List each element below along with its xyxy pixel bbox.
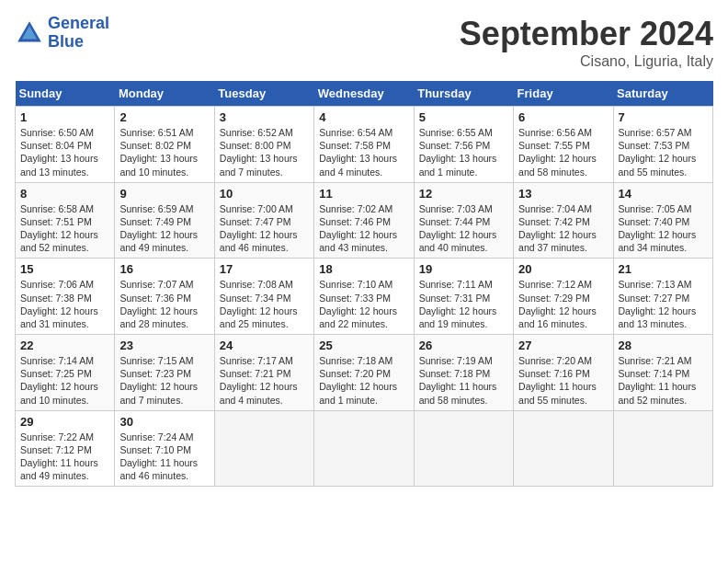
month-title: September 2024 <box>460 15 713 53</box>
day-number: 2 <box>119 110 209 124</box>
day-number: 29 <box>20 415 109 429</box>
day-number: 8 <box>20 187 109 201</box>
logo-text-line1: General <box>48 15 109 33</box>
day-number: 13 <box>518 187 608 201</box>
calendar-cell <box>214 410 313 487</box>
logo-text-line2: Blue <box>48 33 109 52</box>
col-wednesday: Wednesday <box>314 81 414 107</box>
day-info: Sunrise: 7:07 AM Sunset: 7:36 PM Dayligh… <box>119 278 209 330</box>
calendar-cell: 1Sunrise: 6:50 AM Sunset: 8:04 PM Daylig… <box>16 107 115 183</box>
day-info: Sunrise: 7:24 AM Sunset: 7:10 PM Dayligh… <box>119 431 209 483</box>
calendar-cell: 22Sunrise: 7:14 AM Sunset: 7:25 PM Dayli… <box>16 335 115 411</box>
calendar-cell: 6Sunrise: 6:56 AM Sunset: 7:55 PM Daylig… <box>514 107 613 183</box>
day-number: 11 <box>319 187 408 201</box>
week-row-2: 8Sunrise: 6:58 AM Sunset: 7:51 PM Daylig… <box>16 182 713 259</box>
calendar-cell: 28Sunrise: 7:21 AM Sunset: 7:14 PM Dayli… <box>613 335 712 411</box>
calendar-cell: 4Sunrise: 6:54 AM Sunset: 7:58 PM Daylig… <box>314 107 414 183</box>
header-row: Sunday Monday Tuesday Wednesday Thursday… <box>16 81 713 107</box>
day-number: 24 <box>220 339 309 352</box>
calendar-cell: 21Sunrise: 7:13 AM Sunset: 7:27 PM Dayli… <box>613 259 712 335</box>
calendar-cell <box>613 410 712 487</box>
day-number: 3 <box>220 110 309 124</box>
day-number: 28 <box>619 339 708 352</box>
calendar-cell: 7Sunrise: 6:57 AM Sunset: 7:53 PM Daylig… <box>613 107 712 183</box>
col-monday: Monday <box>115 81 214 107</box>
calendar-cell: 24Sunrise: 7:17 AM Sunset: 7:21 PM Dayli… <box>214 335 313 411</box>
day-info: Sunrise: 6:55 AM Sunset: 7:56 PM Dayligh… <box>419 126 508 178</box>
calendar-cell: 9Sunrise: 6:59 AM Sunset: 7:49 PM Daylig… <box>115 182 214 259</box>
calendar-cell: 30Sunrise: 7:24 AM Sunset: 7:10 PM Dayli… <box>115 410 214 487</box>
day-info: Sunrise: 6:51 AM Sunset: 8:02 PM Dayligh… <box>119 126 209 178</box>
col-friday: Friday <box>514 81 613 107</box>
week-row-3: 15Sunrise: 7:06 AM Sunset: 7:38 PM Dayli… <box>16 259 713 335</box>
day-info: Sunrise: 7:06 AM Sunset: 7:38 PM Dayligh… <box>20 278 109 330</box>
day-number: 27 <box>518 339 608 352</box>
day-info: Sunrise: 7:11 AM Sunset: 7:31 PM Dayligh… <box>419 278 508 330</box>
day-number: 19 <box>419 262 508 276</box>
calendar-body: 1Sunrise: 6:50 AM Sunset: 8:04 PM Daylig… <box>16 107 713 487</box>
day-info: Sunrise: 6:59 AM Sunset: 7:49 PM Dayligh… <box>119 202 209 255</box>
day-info: Sunrise: 7:10 AM Sunset: 7:33 PM Dayligh… <box>319 278 408 330</box>
day-number: 18 <box>319 262 408 276</box>
day-number: 20 <box>518 262 608 276</box>
day-number: 17 <box>220 262 309 276</box>
day-info: Sunrise: 6:57 AM Sunset: 7:53 PM Dayligh… <box>619 126 708 178</box>
calendar-cell <box>414 410 513 487</box>
calendar-cell: 12Sunrise: 7:03 AM Sunset: 7:44 PM Dayli… <box>414 182 513 259</box>
day-number: 26 <box>419 339 508 352</box>
day-info: Sunrise: 7:08 AM Sunset: 7:34 PM Dayligh… <box>220 278 309 330</box>
day-info: Sunrise: 6:54 AM Sunset: 7:58 PM Dayligh… <box>319 126 408 178</box>
day-info: Sunrise: 7:02 AM Sunset: 7:46 PM Dayligh… <box>319 202 408 255</box>
day-number: 22 <box>20 339 109 352</box>
week-row-5: 29Sunrise: 7:22 AM Sunset: 7:12 PM Dayli… <box>16 410 713 487</box>
calendar-cell <box>514 410 613 487</box>
calendar-cell: 16Sunrise: 7:07 AM Sunset: 7:36 PM Dayli… <box>115 259 214 335</box>
day-number: 10 <box>220 187 309 201</box>
logo: General Blue <box>15 15 109 52</box>
day-number: 12 <box>419 187 508 201</box>
day-number: 21 <box>619 262 708 276</box>
day-number: 1 <box>20 110 109 124</box>
calendar-cell: 8Sunrise: 6:58 AM Sunset: 7:51 PM Daylig… <box>16 182 115 259</box>
day-info: Sunrise: 6:58 AM Sunset: 7:51 PM Dayligh… <box>20 202 109 255</box>
day-number: 15 <box>20 262 109 276</box>
day-number: 16 <box>119 262 209 276</box>
title-section: September 2024 Cisano, Liguria, Italy <box>460 15 713 70</box>
week-row-4: 22Sunrise: 7:14 AM Sunset: 7:25 PM Dayli… <box>16 335 713 411</box>
calendar-table: Sunday Monday Tuesday Wednesday Thursday… <box>15 81 713 487</box>
day-info: Sunrise: 7:19 AM Sunset: 7:18 PM Dayligh… <box>419 354 508 407</box>
calendar-cell <box>314 410 414 487</box>
calendar-cell: 17Sunrise: 7:08 AM Sunset: 7:34 PM Dayli… <box>214 259 313 335</box>
calendar-cell: 13Sunrise: 7:04 AM Sunset: 7:42 PM Dayli… <box>514 182 613 259</box>
calendar-cell: 25Sunrise: 7:18 AM Sunset: 7:20 PM Dayli… <box>314 335 414 411</box>
day-info: Sunrise: 6:56 AM Sunset: 7:55 PM Dayligh… <box>518 126 608 178</box>
location-subtitle: Cisano, Liguria, Italy <box>460 53 713 70</box>
calendar-cell: 2Sunrise: 6:51 AM Sunset: 8:02 PM Daylig… <box>115 107 214 183</box>
day-info: Sunrise: 7:04 AM Sunset: 7:42 PM Dayligh… <box>518 202 608 255</box>
header: General Blue September 2024 Cisano, Ligu… <box>15 15 713 70</box>
calendar-cell: 27Sunrise: 7:20 AM Sunset: 7:16 PM Dayli… <box>514 335 613 411</box>
calendar-cell: 14Sunrise: 7:05 AM Sunset: 7:40 PM Dayli… <box>613 182 712 259</box>
calendar-cell: 26Sunrise: 7:19 AM Sunset: 7:18 PM Dayli… <box>414 335 513 411</box>
day-info: Sunrise: 7:18 AM Sunset: 7:20 PM Dayligh… <box>319 354 408 407</box>
day-number: 30 <box>119 415 209 429</box>
calendar-cell: 10Sunrise: 7:00 AM Sunset: 7:47 PM Dayli… <box>214 182 313 259</box>
col-thursday: Thursday <box>414 81 513 107</box>
day-info: Sunrise: 7:14 AM Sunset: 7:25 PM Dayligh… <box>20 354 109 407</box>
day-info: Sunrise: 7:05 AM Sunset: 7:40 PM Dayligh… <box>619 202 708 255</box>
day-info: Sunrise: 6:50 AM Sunset: 8:04 PM Dayligh… <box>20 126 109 178</box>
day-number: 6 <box>518 110 608 124</box>
day-number: 4 <box>319 110 408 124</box>
calendar-cell: 3Sunrise: 6:52 AM Sunset: 8:00 PM Daylig… <box>214 107 313 183</box>
week-row-1: 1Sunrise: 6:50 AM Sunset: 8:04 PM Daylig… <box>16 107 713 183</box>
day-number: 23 <box>119 339 209 352</box>
calendar-cell: 5Sunrise: 6:55 AM Sunset: 7:56 PM Daylig… <box>414 107 513 183</box>
calendar-cell: 29Sunrise: 7:22 AM Sunset: 7:12 PM Dayli… <box>16 410 115 487</box>
day-info: Sunrise: 7:21 AM Sunset: 7:14 PM Dayligh… <box>619 354 708 407</box>
calendar-cell: 11Sunrise: 7:02 AM Sunset: 7:46 PM Dayli… <box>314 182 414 259</box>
day-info: Sunrise: 7:03 AM Sunset: 7:44 PM Dayligh… <box>419 202 508 255</box>
day-number: 5 <box>419 110 508 124</box>
calendar-cell: 19Sunrise: 7:11 AM Sunset: 7:31 PM Dayli… <box>414 259 513 335</box>
day-info: Sunrise: 7:12 AM Sunset: 7:29 PM Dayligh… <box>518 278 608 330</box>
col-saturday: Saturday <box>613 81 712 107</box>
